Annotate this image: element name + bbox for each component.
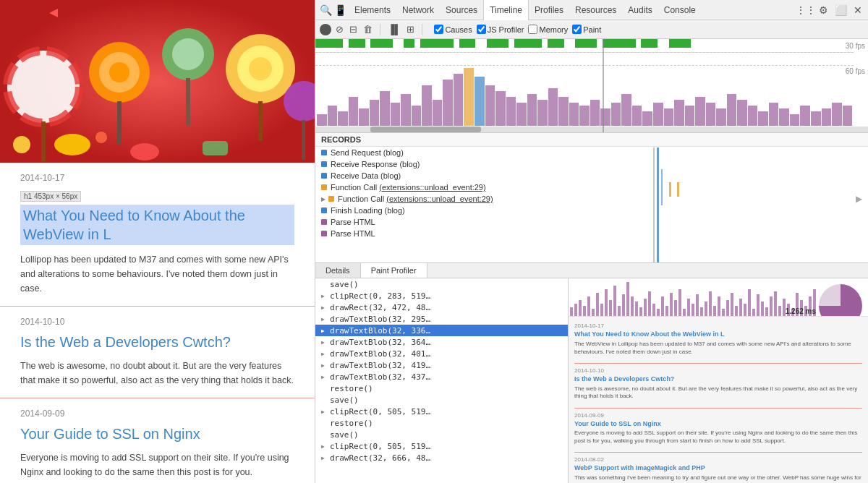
code-row-7[interactable]: ▶ drawTextBlob(32, 419… [315,359,568,371]
paint-text: Paint [583,25,601,34]
record-row-0[interactable]: Send Request (blog) [315,147,868,158]
code-row-9[interactable]: restore() [315,382,568,394]
code-label-6: drawTextBlob(32, 401… [330,349,430,359]
code-row-14[interactable]: ▶ clipRect(0, 505, 519… [315,440,568,452]
article-2: 2014-10-10 Is the Web a Developers Cwtch… [0,317,315,388]
code-row-6[interactable]: ▶ drawTextBlob(32, 401… [315,348,568,359]
fps-60-line [315,65,854,66]
article-1: 2014-10-17 h1 453px × 56px What You Need… [0,173,315,296]
memory-label[interactable]: Memory [528,25,568,34]
code-row-3[interactable]: ▶ drawTextBlob(32, 295… [315,313,568,325]
code-label-2: drawRect(32, 472, 48… [330,303,430,312]
causes-checkbox[interactable] [434,25,443,34]
svg-rect-15 [258,101,263,141]
record-button[interactable] [320,24,331,35]
js-profiler-label[interactable]: JS Profiler [477,25,524,34]
mini-body-1: The web is awesome, no doubt about it. B… [574,385,862,401]
tab-sources[interactable]: Sources [440,0,483,20]
timeline-chart[interactable]: 30 fps 60 fps [315,39,868,133]
toolbar-right: ⋮⋮ ⚙ ⬜ ✕ [799,3,865,17]
code-row-0[interactable]: save() [315,278,568,290]
article-1-body: Lollipop has been updated to M37 and com… [20,252,294,296]
svg-rect-50 [687,299,690,317]
customize-icon[interactable]: ⋮⋮ [799,3,813,17]
record-row-6[interactable]: Parse HTML [315,216,868,228]
svg-rect-24 [574,304,577,317]
article-1-title[interactable]: What You Need to Know About the WebView … [20,205,294,245]
tab-profiles[interactable]: Profiles [529,0,569,20]
tab-timeline[interactable]: Timeline [483,0,529,20]
record-row-4[interactable]: Function Call (extensions::unload_event:… [315,193,868,205]
devtools-toolbar: 🔍 📱 Elements Network Sources Timeline Pr… [315,0,868,20]
svg-rect-44 [661,296,664,317]
tab-console[interactable]: Console [658,0,702,20]
timeline-scrollbar[interactable] [315,127,868,132]
svg-rect-28 [592,309,595,317]
tab-resources[interactable]: Resources [569,0,622,20]
paint-checkbox[interactable] [572,25,582,34]
record-row-7[interactable]: Parse HTML [315,228,868,239]
arrow-11: ▶ [321,409,327,415]
causes-label[interactable]: Causes [434,25,472,34]
code-label-1: clipRect(0, 283, 519… [330,291,430,301]
svg-rect-32 [609,300,612,317]
code-row-1[interactable]: ▶ clipRect(0, 283, 519… [315,290,568,302]
code-row-10[interactable]: save() [315,394,568,406]
record-label-5: Finish Loading (blog) [331,206,405,215]
stop-icon[interactable]: ⊘ [334,22,345,36]
svg-rect-53 [700,307,703,317]
js-profiler-checkbox[interactable] [477,25,486,34]
code-label-13: save() [330,430,359,440]
svg-rect-51 [692,304,694,317]
close-icon[interactable]: ✕ [851,3,865,17]
bar-chart-icon[interactable]: ▐▌ [386,22,402,36]
record-dot-4 [328,196,334,202]
tab-paint-profiler[interactable]: Paint Profiler [361,263,427,278]
article-3-title[interactable]: Your Guide to SSL on Nginx [20,424,294,443]
svg-rect-64 [748,289,751,317]
right-panel: 🔍 📱 Elements Network Sources Timeline Pr… [315,0,868,483]
code-row-13[interactable]: save() [315,429,568,440]
code-row-2[interactable]: ▶ drawRect(32, 472, 48… [315,302,568,313]
settings-icon[interactable]: ⚙ [816,3,830,17]
code-row-4[interactable]: ▶ drawTextBlob(32, 336… [315,325,568,336]
record-row-2[interactable]: Receive Data (blog) [315,170,868,181]
paint-label[interactable]: Paint [572,25,601,34]
svg-rect-40 [644,299,647,317]
record-dot-3 [321,184,327,190]
mini-body-2: Everyone is moving to add SSL support on… [574,429,862,445]
svg-rect-38 [635,302,638,317]
memory-checkbox[interactable] [528,25,537,34]
record-row-5[interactable]: Finish Loading (blog) [315,205,868,216]
record-label-6: Parse HTML [331,218,375,226]
code-row-11[interactable]: ▶ clipRect(0, 505, 519… [315,406,568,417]
filter-icon[interactable]: ⊟ [348,22,359,36]
svg-rect-49 [683,309,686,317]
svg-rect-29 [596,293,599,317]
code-row-12[interactable]: restore() [315,417,568,429]
svg-rect-55 [709,291,712,317]
code-panel[interactable]: save() ▶ clipRect(0, 283, 519… ▶ drawRec… [315,278,569,483]
dock-icon[interactable]: ⬜ [833,3,848,17]
article-3-body: Everyone is moving to add SSL support on… [20,450,294,479]
code-row-8[interactable]: ▶ drawTextBlob(32, 437… [315,371,568,382]
code-row-5[interactable]: ▶ drawTextBlob(32, 364… [315,336,568,348]
svg-rect-31 [605,289,608,317]
device-icon[interactable]: 📱 [333,3,347,17]
scrollbar-thumb[interactable] [370,127,481,132]
search-icon[interactable]: 🔍 [318,3,333,17]
mini-date-0: 2014-10-17 [574,322,862,329]
tab-details[interactable]: Details [315,263,361,278]
svg-rect-20 [203,141,228,155]
svg-rect-45 [665,306,668,317]
article-2-title[interactable]: Is the Web a Developers Cwtch? [20,333,294,351]
record-row-3[interactable]: Function Call (extensions::unload_event:… [315,181,868,193]
tab-elements[interactable]: Elements [349,0,396,20]
trash-icon[interactable]: 🗑 [362,22,374,36]
tab-audits[interactable]: Audits [622,0,658,20]
filter2-icon[interactable]: ⊞ [405,22,416,36]
code-row-15[interactable]: ▶ drawRect(32, 666, 48… [315,452,568,463]
article-2-body: The web is awesome, no doubt about it. B… [20,359,294,388]
tab-network[interactable]: Network [396,0,440,20]
record-row-1[interactable]: Receive Response (blog) [315,158,868,170]
